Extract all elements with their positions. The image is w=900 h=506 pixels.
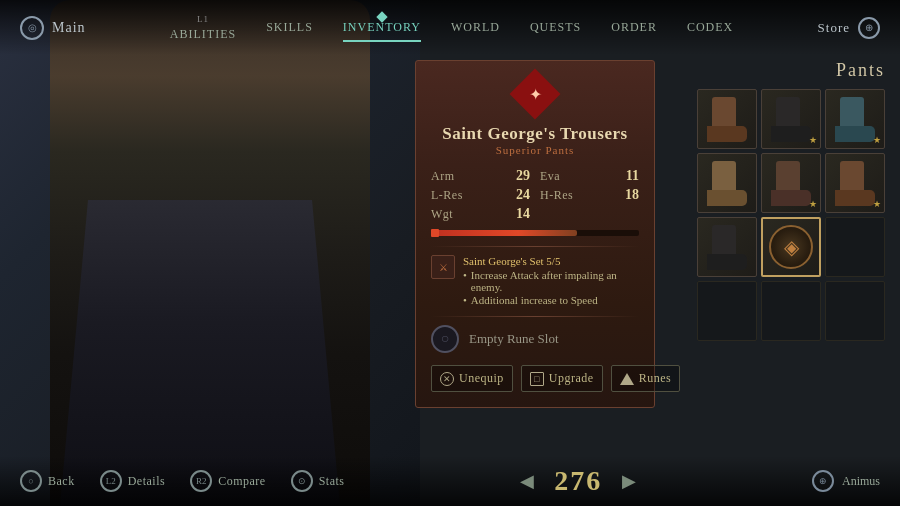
stats-icon: ⊙ <box>291 470 313 492</box>
lres-value: 24 <box>516 187 530 203</box>
compare-item[interactable]: R2 Compare <box>190 470 266 492</box>
set-bonus-text: Saint George's Set 5/5 • Increase Attack… <box>463 255 639 306</box>
panel-title: Pants <box>675 60 885 81</box>
eva-label: Eva <box>540 169 560 184</box>
character-background <box>0 0 420 506</box>
hres-value: 18 <box>625 187 639 203</box>
item-thumb-4[interactable] <box>697 153 757 213</box>
item-star-5: ★ <box>809 199 817 209</box>
arm-value: 29 <box>516 168 530 184</box>
weight-fill <box>431 230 577 236</box>
item-thumb-11-empty <box>761 281 821 341</box>
upgrade-label: Upgrade <box>549 371 594 386</box>
arm-label: Arm <box>431 169 455 184</box>
item-thumb-2[interactable]: ★ <box>761 89 821 149</box>
bullet-1: • <box>463 269 467 281</box>
item-thumb-3[interactable]: ★ <box>825 89 885 149</box>
prev-arrow[interactable]: ◀ <box>520 470 534 492</box>
bonus-text-2: Additional increase to Speed <box>471 294 598 306</box>
main-icon: ◎ <box>20 16 44 40</box>
top-navigation: ◎ Main L1 Abilities Skills Inventory Wor… <box>0 0 900 55</box>
details-label: Details <box>128 474 166 489</box>
rune-slot-icon: ○ <box>431 325 459 353</box>
item-thumb-6[interactable]: ★ <box>825 153 885 213</box>
hres-label: H-Res <box>540 188 573 203</box>
animus-label: Animus <box>842 474 880 489</box>
inventory-underline <box>343 40 421 42</box>
stat-eva-row: Eva 11 <box>540 168 639 184</box>
page-number: 276 <box>554 465 602 497</box>
item-thumb-8-active[interactable] <box>761 217 821 277</box>
set-bonus-title: Saint George's Set 5/5 <box>463 255 639 267</box>
store-icon[interactable]: ⊕ <box>858 17 880 39</box>
nav-item-codex[interactable]: Codex <box>687 20 733 35</box>
nav-center: L1 Abilities Skills Inventory World Ques… <box>86 13 818 42</box>
item-thumb-12-empty <box>825 281 885 341</box>
details-icon: L2 <box>100 470 122 492</box>
bottom-right: ⊕ Animus <box>812 470 880 492</box>
nav-left: ◎ Main <box>20 16 86 40</box>
stat-lres-row: L-Res 24 <box>431 187 530 203</box>
bullet-2: • <box>463 294 467 306</box>
weight-bar <box>431 230 639 236</box>
item-star-2: ★ <box>809 135 817 145</box>
item-thumb-1[interactable] <box>697 89 757 149</box>
nav-item-skills[interactable]: Skills <box>266 20 313 35</box>
animus-icon: ⊕ <box>812 470 834 492</box>
action-buttons: ✕ Unequip □ Upgrade Runes <box>431 365 639 392</box>
unequip-button[interactable]: ✕ Unequip <box>431 365 513 392</box>
eva-value: 11 <box>626 168 639 184</box>
item-thumb-5[interactable]: ★ <box>761 153 821 213</box>
compare-icon: R2 <box>190 470 212 492</box>
codex-label: Codex <box>687 20 733 35</box>
details-item[interactable]: L2 Details <box>100 470 166 492</box>
boot-icon-5 <box>771 161 811 206</box>
boot-icon-1 <box>707 97 747 142</box>
set-bonus: ⚔ Saint George's Set 5/5 • Increase Atta… <box>431 255 639 306</box>
bottom-center: ◀ 276 ▶ <box>345 465 812 497</box>
boot-icon-2 <box>771 97 811 142</box>
item-thumb-7[interactable] <box>697 217 757 277</box>
set-bonus-item-2: • Additional increase to Speed <box>463 294 639 306</box>
main-label: Main <box>52 20 86 36</box>
nav-item-order[interactable]: Order <box>611 20 657 35</box>
world-label: World <box>451 20 500 35</box>
boot-icon-7 <box>707 225 747 270</box>
wgt-value: 14 <box>516 206 530 222</box>
back-label: Back <box>48 474 75 489</box>
compare-label: Compare <box>218 474 266 489</box>
nav-right: Store ⊕ <box>818 17 880 39</box>
runes-icon <box>620 373 634 385</box>
back-item[interactable]: ○ Back <box>20 470 75 492</box>
unequip-icon: ✕ <box>440 372 454 386</box>
rune-slot[interactable]: ○ Empty Rune Slot <box>431 325 639 353</box>
emblem-diamond <box>510 69 561 120</box>
nav-item-world[interactable]: World <box>451 20 500 35</box>
item-thumb-10-empty <box>697 281 757 341</box>
boot-icon-3 <box>835 97 875 142</box>
upgrade-button[interactable]: □ Upgrade <box>521 365 603 392</box>
weight-indicator <box>431 229 439 237</box>
stat-wgt-row: Wgt 14 <box>431 206 530 222</box>
item-star-3: ★ <box>873 135 881 145</box>
stat-hres-row: H-Res 18 <box>540 187 639 203</box>
boot-icon-6 <box>835 161 875 206</box>
nav-item-inventory[interactable]: Inventory <box>343 13 421 42</box>
abilities-btn-label: L1 <box>197 14 209 24</box>
next-arrow[interactable]: ▶ <box>622 470 636 492</box>
items-grid: ★ ★ ★ ★ <box>675 89 885 341</box>
wgt-label: Wgt <box>431 207 453 222</box>
nav-item-abilities[interactable]: L1 Abilities <box>170 14 236 42</box>
upgrade-icon: □ <box>530 372 544 386</box>
stats-item[interactable]: ⊙ Stats <box>291 470 345 492</box>
unequip-label: Unequip <box>459 371 504 386</box>
order-label: Order <box>611 20 657 35</box>
right-panel: Pants ★ ★ <box>675 60 885 341</box>
item-emblem <box>431 76 639 116</box>
nav-item-quests[interactable]: Quests <box>530 20 581 35</box>
runes-button[interactable]: Runes <box>611 365 681 392</box>
bottom-left: ○ Back L2 Details R2 Compare ⊙ Stats <box>20 470 345 492</box>
abilities-label: Abilities <box>170 27 236 42</box>
bottom-navigation: ○ Back L2 Details R2 Compare ⊙ Stats ◀ 2… <box>0 456 900 506</box>
item-title: Saint George's Trousers <box>431 124 639 144</box>
